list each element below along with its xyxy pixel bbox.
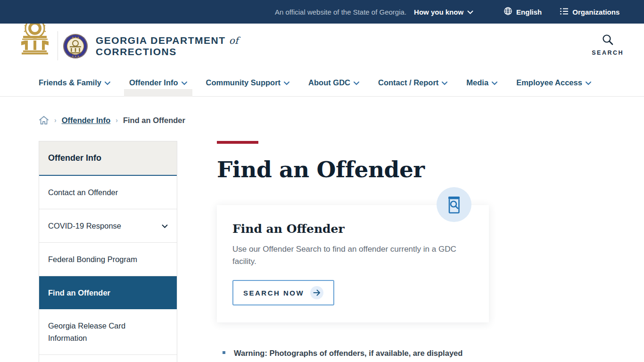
card-description: Use our Offender Search to find an offen… <box>232 243 462 268</box>
agency-brand[interactable]: ★ ★ ★ ★ ★ ★ GEORGIA DEPARTMENT of CORREC… <box>63 33 238 59</box>
chevron-down-icon <box>105 78 110 87</box>
main-navigation: Friends & Family Offender Info Community… <box>0 68 644 97</box>
home-icon <box>39 115 49 125</box>
nav-item-contact-report: Contact / Report <box>378 68 447 97</box>
nav-item-media: Media <box>466 68 497 97</box>
official-message: An official website of the State of Geor… <box>275 8 406 16</box>
page-content: › Offender Info › Find an Offender Offen… <box>0 115 644 362</box>
agency-of: of <box>229 35 238 46</box>
agency-line2: CORRECTIONS <box>96 46 238 58</box>
nav-link-contact-report[interactable]: Contact / Report <box>378 78 447 87</box>
sidebar-item-contact-an-offender[interactable]: Contact an Offender <box>39 176 177 209</box>
organizations-button[interactable]: Organizations <box>557 7 622 17</box>
sidebar-title: Offender Info <box>39 141 177 176</box>
breadcrumb-current-page: Find an Offender <box>123 116 185 125</box>
nav-link-about-gdc[interactable]: About GDC <box>308 78 359 87</box>
sidebar-item-find-an-offender[interactable]: Find an Offender <box>39 276 177 309</box>
how-you-know-label: How you know <box>414 8 463 16</box>
list-bullet <box>223 351 225 354</box>
arrow-right-icon <box>310 286 323 299</box>
nav-item-friends-family: Friends & Family <box>39 68 110 97</box>
title-accent-bar <box>217 141 258 144</box>
organizations-label: Organizations <box>572 8 619 16</box>
section-sidebar: Offender Info Contact an Offender COVID-… <box>39 141 177 362</box>
warning-text: Warning: Photographs of offenders, if av… <box>234 349 462 357</box>
header-search-button[interactable]: SEARCH <box>592 33 624 56</box>
chevron-down-icon <box>467 8 473 16</box>
language-label: English <box>516 8 542 16</box>
breadcrumb-chevron-icon: › <box>54 116 57 124</box>
search-icon <box>602 33 614 46</box>
agency-name: GEORGIA DEPARTMENT of CORRECTIONS <box>96 35 238 58</box>
chevron-down-icon <box>492 78 497 87</box>
nav-link-offender-info[interactable]: Offender Info <box>129 78 187 87</box>
chevron-down-icon <box>586 78 591 87</box>
chevron-down-icon <box>442 78 447 87</box>
sidebar-item-covid-19-response[interactable]: COVID-19 Response <box>39 209 177 243</box>
search-now-label: SEARCH NOW <box>243 289 304 297</box>
card-icon-circle <box>437 187 471 222</box>
breadcrumb-link-offender-info[interactable]: Offender Info <box>62 116 111 125</box>
org-list-icon <box>560 8 569 16</box>
card-title: Find an Offender <box>232 222 473 236</box>
document-search-icon <box>446 195 462 214</box>
breadcrumb: › Offender Info › Find an Offender <box>39 115 644 125</box>
warning-list-item: Warning: Photographs of offenders, if av… <box>217 347 481 359</box>
sidebar-item-georgia-release-card-information[interactable]: Georgia Release Card Information <box>39 309 177 355</box>
find-offender-card: Find an Offender Use our Offender Search… <box>217 205 489 322</box>
svg-text:★ ★ ★: ★ ★ ★ <box>72 35 80 38</box>
breadcrumb-home-link[interactable] <box>39 115 49 125</box>
nav-item-community-support: Community Support <box>206 68 290 97</box>
agency-line1: GEORGIA DEPARTMENT <box>96 35 226 46</box>
globe-icon <box>504 7 512 17</box>
sidebar-item-incarcerated-veterans[interactable]: Incarcerated Veterans <box>39 355 177 362</box>
nav-link-community-support[interactable]: Community Support <box>206 78 290 87</box>
header-divider <box>58 31 58 60</box>
sidebar-item-federal-bonding-program[interactable]: Federal Bonding Program <box>39 243 177 276</box>
chevron-down-icon[interactable] <box>162 220 168 232</box>
language-selector[interactable]: English <box>501 6 545 17</box>
search-label: SEARCH <box>592 49 624 56</box>
chevron-down-icon <box>354 78 359 87</box>
page-title: Find an Offender <box>217 156 489 182</box>
nav-item-offender-info: Offender Info <box>129 68 187 97</box>
how-you-know-toggle[interactable]: How you know <box>411 8 476 16</box>
chevron-down-icon <box>284 78 289 87</box>
nav-link-friends-family[interactable]: Friends & Family <box>39 78 110 87</box>
svg-text:★ ★ ★: ★ ★ ★ <box>72 55 80 58</box>
nav-item-about-gdc: About GDC <box>308 68 359 97</box>
official-state-bar: An official website of the State of Geor… <box>0 0 644 24</box>
site-header: ★ ★ ★ ★ ★ ★ GEORGIA DEPARTMENT of CORREC… <box>0 24 644 68</box>
main-column: Find an Offender Find an Offender Use ou… <box>217 141 489 362</box>
gdc-seal-icon: ★ ★ ★ ★ ★ ★ <box>63 33 88 59</box>
breadcrumb-chevron-icon: › <box>116 116 118 124</box>
nav-link-media[interactable]: Media <box>466 78 497 87</box>
chevron-down-icon <box>182 78 187 87</box>
nav-item-employee-access: Employee Access <box>516 68 591 97</box>
nav-link-employee-access[interactable]: Employee Access <box>516 78 591 87</box>
search-now-button[interactable]: SEARCH NOW <box>232 280 334 305</box>
